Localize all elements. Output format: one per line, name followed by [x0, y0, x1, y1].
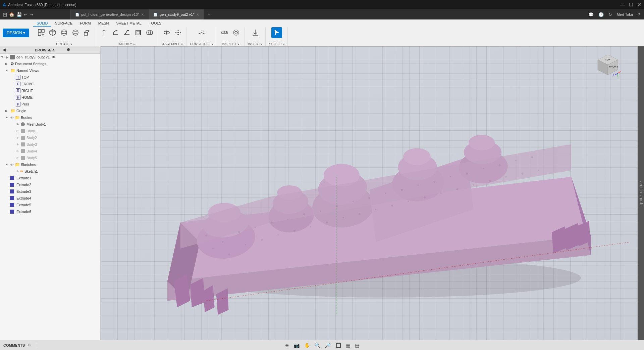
- create-new-component[interactable]: [36, 27, 47, 38]
- tree-extrude1[interactable]: Extrude1: [0, 175, 100, 181]
- modify-chamfer[interactable]: [121, 27, 132, 38]
- create-box[interactable]: [47, 27, 58, 38]
- orientation-cube[interactable]: TOP FRONT X Y Z: [594, 53, 621, 80]
- create-extrude[interactable]: [82, 27, 92, 38]
- create-sphere[interactable]: [70, 27, 81, 38]
- assemble-joint[interactable]: [161, 27, 172, 38]
- tree-named-views[interactable]: ▼ 📁 Named Views: [0, 67, 100, 74]
- close-button[interactable]: ✕: [637, 2, 641, 7]
- browser-settings-icon[interactable]: ⚙: [67, 48, 98, 52]
- browser-tree: ▼ ▶ gen_study9_out2 v1 👁 ▶ ⚙ Document Se…: [0, 54, 100, 340]
- tree-body4[interactable]: ▶ 👁 Body4: [0, 148, 100, 155]
- extrude5-icon: [10, 203, 14, 207]
- app-menu-icon[interactable]: ⊞: [3, 11, 7, 18]
- bodies-label: Bodies: [21, 116, 32, 120]
- tree-extrude2[interactable]: Extrude2: [0, 181, 100, 188]
- modify-shell[interactable]: [133, 27, 144, 38]
- new-tab-button[interactable]: +: [204, 9, 214, 19]
- redo-icon[interactable]: ↪: [30, 12, 33, 17]
- modify-combine[interactable]: [144, 27, 155, 38]
- tree-extrude3[interactable]: Extrude3: [0, 188, 100, 195]
- save-icon[interactable]: 💾: [16, 12, 22, 17]
- notifications-icon[interactable]: 💬: [588, 12, 594, 17]
- tree-sketches[interactable]: ▼ 👁 📁 Sketches: [0, 161, 100, 168]
- create-cylinder[interactable]: [59, 27, 69, 38]
- tab-pot-holder[interactable]: 📄 pot_holder_generative_design v10* ✕: [70, 9, 149, 19]
- tab-tools[interactable]: TOOLS: [146, 20, 165, 27]
- svg-rect-13: [84, 33, 88, 35]
- modify-press-pull[interactable]: [99, 27, 109, 38]
- tab-close-2[interactable]: ✕: [196, 13, 199, 16]
- svg-point-85: [326, 221, 328, 223]
- visibility-body4: 👁: [16, 149, 19, 153]
- help-icon[interactable]: ?: [638, 12, 640, 17]
- tree-document-settings[interactable]: ▶ ⚙ Document Settings: [0, 60, 100, 67]
- tree-arrow-origin: ▶: [5, 109, 9, 113]
- body4-icon: [21, 149, 25, 153]
- tree-extrude5[interactable]: Extrude5: [0, 202, 100, 208]
- tree-view-home[interactable]: ▶ H HOME: [0, 94, 100, 101]
- svg-point-80: [245, 244, 246, 245]
- undo-icon[interactable]: ↩: [24, 12, 28, 17]
- select-tool[interactable]: [271, 27, 282, 38]
- visibility-body2: 👁: [16, 136, 19, 140]
- capture-icon[interactable]: 📷: [294, 343, 300, 348]
- zoom-icon[interactable]: 🔍: [315, 343, 320, 348]
- tree-meshbody1[interactable]: ▶ 👁 MeshBody1: [0, 121, 100, 128]
- view-cube-icon[interactable]: 🔲: [335, 343, 341, 348]
- sketch1-label: Sketch1: [24, 169, 38, 173]
- tree-body3[interactable]: ▶ 👁 Body3: [0, 141, 100, 148]
- comments-settings-icon[interactable]: ⚙: [28, 343, 31, 347]
- svg-point-63: [303, 213, 305, 215]
- display-mode-icon[interactable]: ▦: [346, 343, 350, 348]
- titlebar-left: A Autodesk Fusion 360 (Education License…: [3, 2, 76, 7]
- tab-gen-study[interactable]: 📄 gen_study9_out2 v1* ✕: [149, 9, 204, 19]
- tree-view-front[interactable]: ▶ F FRONT: [0, 81, 100, 87]
- search-icon[interactable]: 🔎: [325, 343, 331, 348]
- tree-view-top[interactable]: ▶ T TOP: [0, 74, 100, 81]
- tree-sketch1[interactable]: ▶ 👁 ✏ Sketch1: [0, 168, 100, 175]
- tree-origin[interactable]: ▶ 📁 Origin: [0, 107, 100, 114]
- tree-body5[interactable]: ▶ 👁 Body5: [0, 155, 100, 161]
- modify-fillet[interactable]: [110, 27, 121, 38]
- viewport-3d[interactable]: TOP FRONT X Y Z: [101, 46, 638, 340]
- tree-extrude4[interactable]: Extrude4: [0, 195, 100, 202]
- tree-root[interactable]: ▼ ▶ gen_study9_out2 v1 👁: [0, 54, 100, 60]
- grid-icon[interactable]: ▤: [355, 343, 359, 348]
- tree-body1[interactable]: ▶ 👁 Body1: [0, 128, 100, 134]
- insert-insert[interactable]: [250, 27, 261, 38]
- root-visibility-icon[interactable]: 👁: [52, 55, 55, 59]
- tab-solid[interactable]: SOLID: [33, 20, 51, 27]
- sync-icon[interactable]: ↻: [608, 12, 612, 17]
- tab-surface[interactable]: SURFACE: [52, 20, 76, 27]
- extrude2-icon: [10, 183, 14, 187]
- tree-view-pers[interactable]: ▶ P Pers: [0, 101, 100, 107]
- inspect-measure[interactable]: [219, 27, 230, 38]
- tree-body2[interactable]: ▶ 👁 Body2: [0, 134, 100, 141]
- tab-mesh[interactable]: MESH: [95, 20, 112, 27]
- maximize-button[interactable]: ☐: [629, 2, 633, 7]
- assemble-move[interactable]: [173, 27, 183, 38]
- pan-icon[interactable]: ✋: [304, 343, 310, 348]
- tab-sheet-metal[interactable]: SHEET METAL: [113, 20, 145, 27]
- tab-form[interactable]: FORM: [76, 20, 94, 27]
- svg-point-33: [235, 31, 237, 34]
- minimize-button[interactable]: —: [620, 2, 625, 7]
- tab-close-1[interactable]: ✕: [141, 13, 144, 16]
- inspect-display[interactable]: [231, 27, 241, 38]
- construct-offset-plane[interactable]: [196, 27, 207, 38]
- svg-point-78: [212, 248, 214, 249]
- home-icon[interactable]: 🏠: [9, 12, 14, 17]
- history-icon[interactable]: 🕐: [598, 12, 604, 17]
- tree-extrude6[interactable]: Extrude6: [0, 208, 100, 215]
- tab-label-2: gen_study9_out2 v1*: [160, 12, 194, 16]
- collapse-browser-icon[interactable]: ◀: [3, 48, 34, 52]
- quick-setup-panel[interactable]: QUICK SETUP: [638, 46, 644, 340]
- assemble-label: ASSEMBLE ▾: [162, 42, 183, 46]
- body3-label: Body3: [26, 142, 37, 146]
- doc-settings-label: Document Settings: [15, 62, 46, 66]
- tree-bodies[interactable]: ▼ 👁 📁 Bodies: [0, 114, 100, 121]
- design-dropdown[interactable]: DESIGN ▾: [3, 29, 29, 37]
- snap-icon[interactable]: ⊕: [285, 343, 289, 348]
- tree-view-right[interactable]: ▶ R RIGHT: [0, 87, 100, 94]
